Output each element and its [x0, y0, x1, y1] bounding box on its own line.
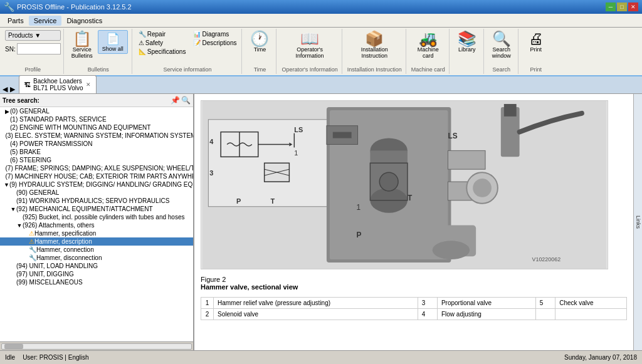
figure-number: Figure 2	[201, 276, 627, 283]
tree-item-91[interactable]: (91) WORKING HYDRAULICS; SERVO HYDRAULIC…	[0, 197, 193, 205]
tree-item-97[interactable]: (97) UNIT, DIGGING	[0, 270, 193, 278]
svg-rect-31	[504, 104, 517, 117]
print-icon: 🖨	[529, 31, 544, 46]
tree-panel: Tree search: 📌 🔍 ▶ (0) GENERAL (1) STAND…	[0, 94, 194, 350]
library-button[interactable]: 📚 Library	[455, 30, 480, 54]
tree-item-2[interactable]: (2) ENGINE WITH MOUNTING AND EQUIPMENT	[0, 123, 193, 132]
menu-service[interactable]: Service	[29, 16, 62, 26]
tree-search-label: Tree search:	[3, 97, 39, 104]
svg-text:LS: LS	[294, 126, 303, 133]
tree-item-92[interactable]: ▼ (92) MECHANICAL EQUIPMENT/ATTACHMENT	[0, 205, 193, 213]
installation-button[interactable]: 📦 InstallationInstruction	[359, 30, 391, 60]
tree-item-hammer-conn[interactable]: 🔧 Hammer, connection	[0, 246, 193, 254]
table-num-5: 5	[535, 298, 555, 309]
main-area: Tree search: 📌 🔍 ▶ (0) GENERAL (1) STAND…	[0, 94, 642, 350]
status-date: Sunday, January 07, 2018	[564, 354, 637, 361]
safety-button[interactable]: ⚠ Safety	[137, 39, 187, 47]
tree-item-7[interactable]: (7) FRAME; SPRINGS; DAMPING; AXLE SUSPEN…	[0, 164, 193, 172]
figure-diagram: LS 1 4 3 P T	[201, 100, 608, 269]
print-button[interactable]: 🖨 Print	[524, 30, 549, 54]
search-button[interactable]: 🔍 Searchwindow	[489, 30, 514, 60]
table-desc-1: Hammer relief valve (pressure adjusting)	[214, 298, 418, 309]
diagrams-button[interactable]: 📊 Diagrams	[192, 30, 238, 38]
tree-item-hammer-spec[interactable]: ⚠ Hammer, specification	[0, 229, 193, 237]
tree-item-925[interactable]: (925) Bucket, incl. possible cylinders w…	[0, 213, 193, 221]
diagram-svg: LS 1 4 3 P T	[201, 101, 608, 269]
ribbon-installation-group: 📦 InstallationInstruction Installation I…	[344, 29, 406, 74]
nav-back[interactable]: ◀	[3, 85, 8, 93]
tree-item-hammer-desc[interactable]: ⚠ Hammer, description	[0, 237, 193, 246]
svg-text:1: 1	[294, 149, 298, 157]
app-icon: 🔧	[4, 2, 14, 12]
table-num-4: 4	[418, 309, 437, 320]
menu-parts[interactable]: Parts	[3, 16, 29, 26]
sn-label: SN:	[5, 46, 16, 53]
figure-caption: Figure 2 Hammer valve, sectional view	[201, 276, 627, 291]
tree-item-90[interactable]: (90) GENERAL	[0, 189, 193, 197]
close-button[interactable]: ✕	[628, 3, 638, 11]
tree-item-0[interactable]: ▶ (0) GENERAL	[0, 107, 193, 115]
tab-strip: ◀ ▶ 🏗 Backhoe Loaders BL71 PLUS Volvo ✕	[0, 76, 642, 94]
scroll-thumb[interactable]	[4, 344, 23, 349]
sn-input[interactable]	[17, 43, 61, 55]
time-icon: 🕐	[250, 31, 269, 46]
links-tab[interactable]: Links	[633, 94, 642, 350]
svg-rect-35	[333, 132, 352, 138]
warning-icon-desc: ⚠	[29, 238, 34, 245]
parts-table: 1 Hammer relief valve (pressure adjustin…	[201, 297, 627, 320]
service-bulletins-button[interactable]: 📋 ServiceBulletins	[69, 30, 95, 60]
ribbon-print-group: 🖨 Print Print	[520, 29, 552, 74]
tree-item-hammer-disconn[interactable]: 🔧 Hammer, disconnection	[0, 254, 193, 262]
wrench-icon-disconn: 🔧	[29, 254, 36, 261]
nav-forward[interactable]: ▶	[10, 85, 15, 93]
descriptions-button[interactable]: 📝 Descriptions	[192, 39, 238, 47]
search-group-label: Search	[493, 66, 511, 73]
specifications-button[interactable]: 📐 Specifications	[137, 48, 187, 56]
minimize-button[interactable]: ─	[606, 3, 616, 11]
library-group-label	[466, 66, 468, 73]
tree-search-icons: 📌 🔍	[171, 96, 191, 105]
tree-item-926[interactable]: ▼ (926) Attachments, others	[0, 221, 193, 229]
repair-button[interactable]: 🔧 Repair	[137, 30, 187, 38]
table-num-2: 2	[201, 309, 214, 320]
table-num-3: 3	[418, 298, 437, 309]
tree-container[interactable]: ▶ (0) GENERAL (1) STANDARD PARTS, SERVIC…	[0, 107, 193, 341]
time-button[interactable]: 🕐 Time	[247, 30, 272, 54]
ribbon-time-group: 🕐 Time Time	[243, 29, 276, 74]
tree-item-4[interactable]: (4) POWER TRANSMISSION	[0, 140, 193, 148]
tree-pin-icon[interactable]: 📌	[171, 96, 180, 105]
repair-icon: 🔧	[139, 31, 146, 38]
status-bar: Idle User: PROSIS | English Sunday, Janu…	[0, 350, 642, 364]
tree-item-3[interactable]: (3) ELEC. SYSTEM; WARNING SYSTEM; INFORM…	[0, 132, 193, 140]
tree-item-6[interactable]: (6) STEERING	[0, 156, 193, 164]
operators-info-button[interactable]: 📖 Operator'sInformation	[293, 30, 327, 60]
machine-card-button[interactable]: 🚜 Machinecard	[415, 30, 441, 60]
specifications-icon: 📐	[139, 48, 146, 55]
maximize-button[interactable]: □	[617, 3, 627, 11]
tab-close-button[interactable]: ✕	[86, 81, 91, 88]
svg-text:LS: LS	[448, 132, 457, 140]
tree-item-8[interactable]: (7) MACHINERY HOUSE; CAB; EXTERIOR TRIM …	[0, 172, 193, 180]
tree-search-icon[interactable]: 🔍	[181, 96, 191, 105]
wrench-icon-conn: 🔧	[29, 246, 36, 253]
tree-h-scrollbar[interactable]	[0, 341, 193, 350]
tab-label: Backhoe Loaders BL71 PLUS Volvo	[33, 78, 83, 91]
table-num-1: 1	[201, 298, 214, 309]
show-all-button[interactable]: 📄 Show all	[98, 30, 128, 54]
scroll-track[interactable]	[1, 343, 192, 350]
search-icon: 🔍	[492, 31, 511, 46]
tree-item-94[interactable]: (94) UNIT, LOAD HANDLING	[0, 262, 193, 270]
svg-text:P: P	[236, 197, 241, 205]
status-right: Sunday, January 07, 2018	[564, 354, 637, 361]
content-panel[interactable]: LS 1 4 3 P T	[194, 94, 633, 350]
products-dropdown[interactable]: Products ▼	[5, 30, 61, 41]
table-desc-4: Flow adjusting	[437, 309, 535, 320]
tree-item-9[interactable]: ▼ (9) HYDRAULIC SYSTEM; DIGGING/ HANDLIN…	[0, 180, 193, 189]
ribbon-service-info-group: 🔧 Repair ⚠ Safety 📐 Specifications 📊 Dia…	[134, 29, 243, 74]
tree-item-99[interactable]: (99) MISCELLANEOUS	[0, 278, 193, 286]
doc-tab[interactable]: 🏗 Backhoe Loaders BL71 PLUS Volvo ✕	[19, 75, 97, 93]
tree-item-5[interactable]: (5) BRAKE	[0, 148, 193, 156]
tree-item-1[interactable]: (1) STANDARD PARTS, SERVICE	[0, 115, 193, 123]
menu-bar: Parts Service Diagnostics	[0, 14, 642, 28]
menu-diagnostics[interactable]: Diagnostics	[61, 16, 107, 26]
